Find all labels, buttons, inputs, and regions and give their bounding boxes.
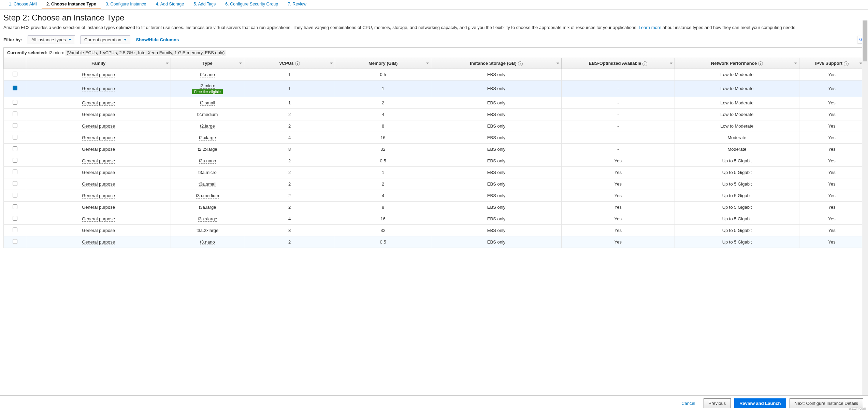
row-checkbox[interactable] xyxy=(13,86,17,90)
cell-ebs: - xyxy=(561,69,675,80)
info-icon[interactable]: i xyxy=(295,61,300,66)
wizard-tab[interactable]: 7. Review xyxy=(283,0,311,9)
info-icon[interactable]: i xyxy=(518,61,523,66)
filter-instance-types-dropdown[interactable]: All instance types xyxy=(28,35,75,44)
table-row[interactable]: General purposet3a.large28EBS onlyYesUp … xyxy=(4,201,865,213)
filter-instance-types-label: All instance types xyxy=(31,37,66,42)
col-family[interactable]: Family xyxy=(26,58,171,69)
table-row[interactable]: General purposet3a.xlarge416EBS onlyYesU… xyxy=(4,213,865,224)
wizard-tab[interactable]: 4. Add Storage xyxy=(151,0,189,9)
cell-family: General purpose xyxy=(82,193,115,199)
row-checkbox[interactable] xyxy=(13,100,17,105)
cell-vcpus: 8 xyxy=(244,143,335,155)
cell-ipv6: Yes xyxy=(799,69,865,80)
cell-ebs: Yes xyxy=(561,178,675,190)
cell-storage: EBS only xyxy=(431,132,562,143)
col-ipv6[interactable]: IPv6 Supporti xyxy=(799,58,865,69)
wizard-tab[interactable]: 5. Add Tags xyxy=(189,0,220,9)
filter-bar: Filter by: All instance types Current ge… xyxy=(3,35,865,44)
table-row[interactable]: General purposet2.2xlarge832EBS only-Mod… xyxy=(4,143,865,155)
row-checkbox[interactable] xyxy=(13,239,17,244)
row-checkbox[interactable] xyxy=(13,112,17,116)
table-row[interactable]: General purposet3a.2xlarge832EBS onlyYes… xyxy=(4,224,865,236)
cell-network: Up to 5 Gigabit xyxy=(675,155,799,166)
info-icon[interactable]: i xyxy=(642,61,647,66)
col-type-label: Type xyxy=(202,61,212,66)
cell-ebs: Yes xyxy=(561,166,675,178)
filter-label: Filter by: xyxy=(3,37,22,42)
cell-storage: EBS only xyxy=(431,166,562,178)
wizard-tab[interactable]: 3. Configure Instance xyxy=(101,0,151,9)
row-checkbox[interactable] xyxy=(13,72,17,76)
col-storage[interactable]: Instance Storage (GB)i xyxy=(431,58,562,69)
table-row[interactable]: General purposet2.nano10.5EBS only-Low t… xyxy=(4,69,865,80)
cell-type: t3.nano xyxy=(200,239,215,245)
cell-memory: 8 xyxy=(335,120,431,132)
row-checkbox[interactable] xyxy=(13,181,17,186)
row-checkbox[interactable] xyxy=(13,158,17,163)
col-type[interactable]: Type xyxy=(171,58,244,69)
col-vcpus[interactable]: vCPUsi xyxy=(244,58,335,69)
col-ebs[interactable]: EBS-Optimized Availablei xyxy=(561,58,675,69)
cell-ipv6: Yes xyxy=(799,120,865,132)
cell-family: General purpose xyxy=(82,123,115,129)
scrollbar-thumb[interactable] xyxy=(863,20,867,61)
table-row[interactable]: General purposet3a.small22EBS onlyYesUp … xyxy=(4,178,865,190)
cell-memory: 1 xyxy=(335,80,431,97)
cell-vcpus: 2 xyxy=(244,201,335,213)
cell-family: General purpose xyxy=(82,205,115,210)
table-row[interactable]: General purposet3a.micro21EBS onlyYesUp … xyxy=(4,166,865,178)
cell-storage: EBS only xyxy=(431,108,562,120)
filter-generation-dropdown[interactable]: Current generation xyxy=(81,35,130,44)
cell-ebs: - xyxy=(561,143,675,155)
table-header-row: Family Type vCPUsi Memory (GiB) Instance… xyxy=(4,58,865,69)
row-checkbox[interactable] xyxy=(13,204,17,209)
table-row[interactable]: General purposet3.nano20.5EBS onlyYesUp … xyxy=(4,236,865,248)
row-checkbox[interactable] xyxy=(13,227,17,232)
table-row[interactable]: General purposet3a.medium24EBS onlyYesUp… xyxy=(4,190,865,201)
row-checkbox[interactable] xyxy=(13,146,17,151)
info-icon[interactable]: i xyxy=(844,61,849,66)
currently-selected-details: (Variable ECUs, 1 vCPUs, 2.5 GHz, Intel … xyxy=(66,50,226,56)
cell-memory: 4 xyxy=(335,190,431,201)
cell-storage: EBS only xyxy=(431,120,562,132)
wizard-tab[interactable]: 6. Configure Security Group xyxy=(220,0,283,9)
row-checkbox[interactable] xyxy=(13,193,17,197)
show-hide-columns-link[interactable]: Show/Hide Columns xyxy=(136,37,179,42)
row-checkbox[interactable] xyxy=(13,123,17,128)
learn-more-link[interactable]: Learn more xyxy=(639,25,661,30)
row-checkbox[interactable] xyxy=(13,216,17,221)
row-checkbox[interactable] xyxy=(13,170,17,174)
table-row[interactable]: General purposet2.microFree tier eligibl… xyxy=(4,80,865,97)
vertical-scrollbar[interactable] xyxy=(862,20,868,248)
col-network-label: Network Performance xyxy=(711,61,757,66)
table-row[interactable]: General purposet2.large28EBS only-Low to… xyxy=(4,120,865,132)
cell-network: Up to 5 Gigabit xyxy=(675,213,799,224)
cell-network: Low to Moderate xyxy=(675,80,799,97)
cell-family: General purpose xyxy=(82,170,115,175)
table-row[interactable]: General purposet3a.nano20.5EBS onlyYesUp… xyxy=(4,155,865,166)
cell-type: t3a.small xyxy=(199,181,216,187)
table-row[interactable]: General purposet2.small12EBS only-Low to… xyxy=(4,97,865,108)
page-title: Step 2: Choose an Instance Type xyxy=(3,13,865,23)
cell-ipv6: Yes xyxy=(799,155,865,166)
table-row[interactable]: General purposet2.medium24EBS only-Low t… xyxy=(4,108,865,120)
cell-family: General purpose xyxy=(82,147,115,152)
wizard-tab[interactable]: 1. Choose AMI xyxy=(4,0,42,9)
chevron-down-icon xyxy=(239,62,242,64)
cell-family: General purpose xyxy=(82,100,115,106)
col-network[interactable]: Network Performancei xyxy=(675,58,799,69)
chevron-down-icon xyxy=(670,62,672,64)
cell-type: t2.small xyxy=(200,100,215,106)
cell-ipv6: Yes xyxy=(799,190,865,201)
col-vcpus-label: vCPUs xyxy=(279,61,294,66)
chevron-down-icon xyxy=(794,62,797,64)
info-icon[interactable]: i xyxy=(758,61,763,66)
cell-ebs: Yes xyxy=(561,236,675,248)
wizard-tab[interactable]: 2. Choose Instance Type xyxy=(42,0,101,9)
row-checkbox[interactable] xyxy=(13,135,17,140)
cell-storage: EBS only xyxy=(431,155,562,166)
table-row[interactable]: General purposet2.xlarge416EBS only-Mode… xyxy=(4,132,865,143)
col-memory[interactable]: Memory (GiB) xyxy=(335,58,431,69)
cell-type: t2.nano xyxy=(200,72,215,77)
